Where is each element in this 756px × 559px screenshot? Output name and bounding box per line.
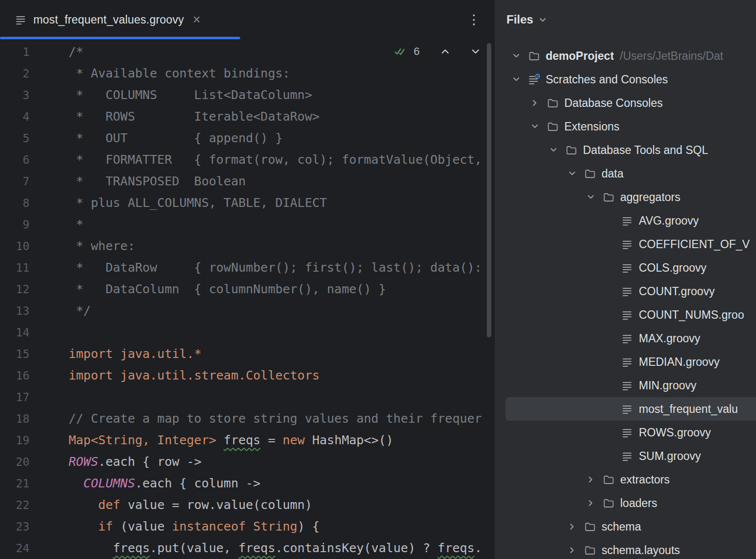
chevron-right-icon[interactable]	[567, 545, 584, 555]
chevron-right-icon[interactable]	[586, 475, 603, 484]
files-header-chevron-down-icon[interactable]	[538, 16, 547, 23]
tree-row-scratches-and-consoles[interactable]: Scratches and Consoles	[495, 68, 756, 91]
code-line[interactable]	[69, 386, 494, 408]
line-number: 24	[0, 537, 29, 559]
line-number: 10	[0, 235, 29, 257]
tree-row-extractors[interactable]: extractors	[495, 468, 756, 491]
line-number: 3	[0, 84, 29, 106]
tree-item-label: AVG.groovy	[639, 214, 699, 228]
tree-row-demoproject[interactable]: demoProject/Users/JetBrains/Dat	[495, 44, 756, 68]
line-number: 16	[0, 365, 29, 386]
tab-most-frequent-values-groovy[interactable]: most_frequent_values.groovy ×	[0, 0, 213, 39]
code-line[interactable]: import java.util.stream.Collectors	[69, 365, 494, 386]
line-number: 18	[0, 408, 29, 430]
tree-row-cols-groovy[interactable]: COLS.groovy	[495, 256, 756, 280]
code-line[interactable]: * OUT { append() }	[69, 127, 494, 149]
line-number: 19	[0, 430, 29, 451]
tree-item-label: loaders	[620, 497, 657, 510]
tree-row-max-groovy[interactable]: MAX.groovy	[495, 327, 756, 350]
folder-icon	[584, 168, 597, 179]
file-lines-icon	[621, 285, 634, 297]
code-line[interactable]: * TRANSPOSED Boolean	[69, 171, 494, 192]
tree-row-coefficient-of-v[interactable]: COEFFICIENT_OF_V	[495, 232, 756, 256]
tree-row-count-groovy[interactable]: COUNT.groovy	[495, 280, 756, 303]
tab-close-icon[interactable]: ×	[191, 13, 201, 26]
code-line[interactable]: ROWS.each { row ->	[69, 451, 494, 473]
code-line[interactable]: * COLUMNS List<DataColumn>	[69, 84, 494, 106]
files-header[interactable]: Files	[495, 0, 756, 39]
code-line[interactable]: * plus ALL_COLUMNS, TABLE, DIALECT	[69, 192, 494, 214]
tree-row-data[interactable]: data	[495, 162, 756, 185]
editor-pane: most_frequent_values.groovy × ⋮ 12345678…	[0, 0, 494, 559]
tree-row-database-consoles[interactable]: Database Consoles	[495, 91, 756, 115]
file-lines-icon	[621, 427, 634, 438]
tree-row-most-frequent-valu[interactable]: most_frequent_valu	[505, 397, 756, 421]
tree-row-loaders[interactable]: loaders	[495, 491, 756, 515]
code-line[interactable]: def value = row.value(column)	[69, 494, 494, 516]
chevron-right-icon[interactable]	[567, 522, 584, 532]
tree-item-path-suffix: /Users/JetBrains/Dat	[620, 50, 723, 63]
tree-row-sum-groovy[interactable]: SUM.groovy	[495, 444, 756, 468]
file-lines-icon	[621, 309, 634, 321]
tree-row-schema-layouts[interactable]: schema.layouts	[495, 538, 756, 559]
tree-row-schema[interactable]: schema	[495, 515, 756, 538]
chevron-down-icon[interactable]	[511, 51, 528, 61]
editor-more-options-kebab-icon[interactable]: ⋮	[467, 13, 480, 26]
code-line[interactable]: * Available context bindings:	[69, 63, 494, 84]
line-number: 14	[0, 322, 29, 343]
chevron-right-icon[interactable]	[530, 98, 547, 108]
code-line[interactable]: * DataRow { rowNumber(); first(); last()…	[69, 257, 494, 279]
folder-icon	[603, 474, 615, 485]
folder-icon	[603, 497, 615, 509]
line-number: 17	[0, 386, 29, 408]
folder-icon	[565, 144, 578, 156]
editor-tab-bar: most_frequent_values.groovy × ⋮	[0, 0, 494, 39]
code-line[interactable]: freqs.put(value, freqs.containsKey(value…	[69, 537, 494, 559]
tree-row-extensions[interactable]: Extensions	[495, 115, 756, 138]
tree-item-label: schema	[602, 520, 641, 534]
file-lines-icon	[621, 262, 634, 274]
tree-row-database-tools-and-sql[interactable]: Database Tools and SQL	[495, 138, 756, 162]
folder-icon	[603, 191, 615, 203]
tree-row-rows-groovy[interactable]: ROWS.groovy	[495, 421, 756, 444]
inspections-double-check-icon[interactable]	[394, 47, 407, 56]
code-line[interactable]	[69, 322, 494, 343]
scratches-icon	[528, 74, 541, 85]
tree-row-min-groovy[interactable]: MIN.groovy	[495, 374, 756, 397]
code-line[interactable]: // Create a map to store string values a…	[69, 408, 494, 430]
previous-problem-chevron-up-icon[interactable]	[440, 48, 450, 55]
code-line[interactable]: Map<String, Integer> freqs = new HashMap…	[69, 430, 494, 451]
code-line[interactable]: COLUMNS.each { column ->	[69, 473, 494, 494]
chevron-down-icon[interactable]	[567, 169, 584, 178]
code-line[interactable]: *	[69, 214, 494, 235]
code-line[interactable]: * DataColumn { columnNumber(), name() }	[69, 279, 494, 300]
code-line[interactable]: * ROWS Iterable<DataRow>	[69, 106, 494, 127]
editor-body[interactable]: 123456789101112131415161718192021222324 …	[0, 39, 494, 559]
tree-row-median-groovy[interactable]: MEDIAN.groovy	[495, 350, 756, 374]
file-lines-icon	[621, 450, 634, 462]
chevron-down-icon[interactable]	[511, 75, 528, 84]
code-line[interactable]: * where:	[69, 235, 494, 257]
code-area[interactable]: /* * Available context bindings: * COLUM…	[49, 41, 494, 559]
tree-item-label: most_frequent_valu	[639, 403, 738, 416]
tree-row-count-nums-groo[interactable]: COUNT_NUMS.groo	[495, 303, 756, 327]
tree-row-avg-groovy[interactable]: AVG.groovy	[495, 209, 756, 232]
code-line[interactable]: import java.util.*	[69, 343, 494, 365]
tree-item-label: COLS.groovy	[639, 261, 706, 275]
tree-item-label: Database Consoles	[564, 97, 663, 110]
line-number: 15	[0, 343, 29, 365]
chevron-down-icon[interactable]	[586, 192, 603, 202]
editor-vertical-scrollbar[interactable]	[487, 43, 491, 337]
next-problem-chevron-down-icon[interactable]	[471, 48, 480, 55]
chevron-right-icon[interactable]	[586, 498, 603, 508]
tab-label: most_frequent_values.groovy	[33, 13, 184, 26]
tree-item-label: COUNT.groovy	[639, 285, 715, 298]
code-line[interactable]: if (value instanceof String) {	[69, 516, 494, 537]
chevron-down-icon[interactable]	[530, 122, 547, 131]
tree-row-aggregators[interactable]: aggregators	[495, 185, 756, 209]
chevron-down-icon[interactable]	[549, 145, 565, 155]
code-line[interactable]: */	[69, 300, 494, 322]
tree-item-label: data	[602, 167, 624, 180]
code-line[interactable]: * FORMATTER { format(row, col); formatVa…	[69, 149, 494, 171]
file-lines-icon	[621, 403, 634, 415]
